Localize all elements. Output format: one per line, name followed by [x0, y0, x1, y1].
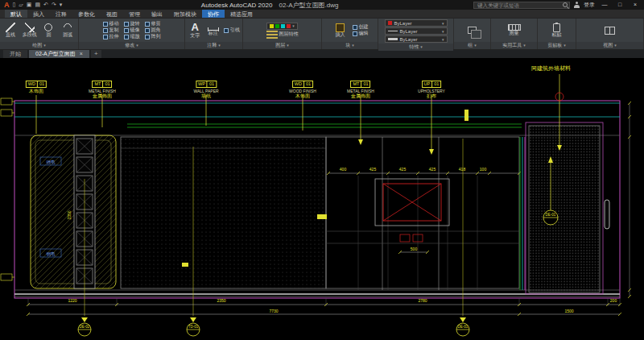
ribbon-panel-layers: ▾ 图层特性 图层▾ — [243, 19, 322, 49]
dim-label: 425 — [369, 167, 377, 172]
panel-label-draw[interactable]: 绘图▾ — [0, 42, 78, 49]
ribbon-tab-manage[interactable]: 管理 — [123, 10, 146, 18]
layer-color-swatch — [281, 24, 285, 28]
panel-label-groups[interactable]: 组▾ — [454, 42, 490, 49]
tool-line[interactable]: 直线 — [2, 23, 19, 38]
tool-rotate[interactable]: 旋转 — [124, 21, 140, 27]
drawing-canvas[interactable]: 强电 弱电 2350 — [0, 58, 644, 340]
panel-label-block[interactable]: 块▾ — [322, 42, 378, 49]
panel-label-modify[interactable]: 修改▾ — [79, 42, 184, 49]
lineweight-dropdown[interactable]: ByLayer ▾ — [385, 35, 448, 43]
ribbon-tab-parametric[interactable]: 参数化 — [72, 10, 101, 18]
tool-label: 直线 — [6, 32, 15, 38]
panel-label-properties[interactable]: 特性▾ — [378, 44, 453, 51]
tool-copy[interactable]: 复制 — [103, 27, 119, 33]
tab-close-icon[interactable]: × — [80, 50, 83, 58]
ribbon-tab-addins[interactable]: 附加模块 — [168, 10, 202, 18]
tool-move[interactable]: 移动 — [103, 21, 119, 27]
tool-measure[interactable]: 测量 — [506, 24, 523, 36]
close-button[interactable]: × — [630, 0, 641, 10]
array-icon — [145, 35, 150, 39]
qat-dropdown-icon[interactable]: ▾ — [60, 0, 63, 10]
color-swatch — [388, 21, 392, 25]
plot-icon[interactable]: ▤ — [35, 0, 40, 10]
dim-label: 2350 — [217, 298, 225, 303]
marker-label: TD-01 — [188, 325, 199, 329]
tool-layer-properties[interactable]: 图层特性 — [266, 31, 299, 39]
redo-icon[interactable]: ↷ — [52, 0, 56, 10]
tool-trim[interactable]: 修剪 — [145, 21, 161, 27]
edit-block-icon — [353, 31, 357, 36]
tool-scale[interactable]: 缩放 — [124, 34, 140, 39]
strong-electric-label: 强电 — [47, 160, 56, 164]
tv-wall-panel: 400 425 425 425 418 100 500 — [326, 137, 521, 290]
text-icon: A — [192, 22, 199, 33]
linetype-icon — [388, 31, 398, 31]
file-tab-start[interactable]: 开始 — [3, 50, 27, 58]
dim-label: 1500 — [564, 309, 573, 313]
file-tab-document[interactable]: 02-A户型立面图 × — [29, 50, 89, 58]
ribbon-tab-featured-apps[interactable]: 精选应用 — [225, 10, 258, 18]
sign-in-label[interactable]: 登录 — [584, 1, 595, 9]
ribbon-tab-home[interactable]: 默认 — [5, 10, 27, 18]
chevron-down-icon: ▾ — [442, 37, 444, 42]
tool-fillet[interactable]: 圆角 — [145, 27, 161, 33]
panel-label-clipboard[interactable]: 剪贴板▾ — [538, 42, 576, 49]
panel-expand-icon: ▾ — [287, 43, 289, 48]
ribbon-panel-block: 插入 创建 编辑 块▾ — [322, 19, 378, 49]
app-logo[interactable]: A — [4, 0, 10, 10]
ribbon-tab-output[interactable]: 输出 — [146, 10, 168, 18]
panel-expand-icon: ▾ — [136, 43, 138, 48]
panel-expand-icon: ▾ — [614, 43, 617, 48]
new-file-icon[interactable]: ▯ — [13, 0, 16, 10]
group-icon[interactable] — [468, 27, 477, 34]
side-note: 同建筑外墙材料 — [531, 64, 571, 73]
document-title: 02-A户型立面图.dwg — [279, 2, 339, 9]
object-color-dropdown[interactable]: ByLayer ▾ — [385, 19, 448, 27]
ribbon-tab-annotate[interactable]: 注释 — [50, 10, 72, 18]
save-icon[interactable]: ▣ — [27, 0, 32, 10]
undo-icon[interactable]: ↶ — [43, 0, 48, 10]
dim-label: 200 — [610, 298, 617, 303]
marker-label: DE-01 — [458, 325, 469, 329]
minimize-button[interactable]: — — [599, 0, 610, 10]
new-tab-button[interactable]: + — [91, 50, 101, 58]
search-box[interactable] — [473, 2, 570, 9]
maximize-button[interactable]: □ — [614, 0, 625, 10]
linetype-dropdown[interactable]: ByLayer ▾ — [385, 27, 448, 35]
viewport-icon[interactable] — [605, 27, 615, 35]
panel-label-utilities[interactable]: 实用工具▾ — [491, 42, 537, 49]
tool-arc[interactable]: 圆弧 — [60, 23, 76, 38]
tool-edit-block[interactable]: 编辑 — [353, 31, 369, 36]
ribbon-tab-collaborate[interactable]: 协作 — [202, 10, 225, 18]
tool-insert-block[interactable]: 插入 — [332, 23, 349, 38]
panel-label-layers[interactable]: 图层▾ — [243, 42, 321, 49]
panel-label-view[interactable]: 视图▾ — [576, 42, 643, 49]
ribbon-tab-insert[interactable]: 插入 — [27, 10, 50, 18]
ribbon-tab-view[interactable]: 视图 — [101, 10, 123, 18]
tool-stretch[interactable]: 拉伸 — [103, 34, 119, 39]
material-tag: WD01 木饰面 — [26, 74, 47, 94]
create-block-icon — [353, 25, 357, 30]
ribbon-panel-utilities: 测量 实用工具▾ — [491, 19, 538, 49]
search-input[interactable] — [476, 2, 563, 8]
bottom-dimension-chain-2: 7730 1500 — [27, 309, 621, 316]
dim-label: 500 — [411, 247, 418, 251]
search-icon — [563, 2, 568, 7]
panel-joint-strips — [520, 137, 525, 290]
tool-paste[interactable]: 粘贴 — [548, 23, 566, 38]
panel-expand-icon: ▾ — [523, 43, 526, 48]
layer-dropdown[interactable]: ▾ — [266, 23, 298, 30]
open-file-icon[interactable]: ▱ — [19, 0, 23, 10]
tool-text[interactable]: A 文字 — [188, 22, 203, 39]
tool-mirror[interactable]: 镜像 — [124, 27, 140, 33]
tool-leader[interactable]: 引线 — [224, 27, 240, 33]
tool-circle[interactable]: 圆 — [41, 23, 57, 38]
tool-polyline[interactable]: 多段线 — [22, 23, 38, 38]
tool-dimension[interactable]: 标注 — [206, 25, 221, 36]
tool-create-block[interactable]: 创建 — [353, 24, 369, 30]
panel-dimension-chain: 400 425 425 425 418 100 — [327, 167, 521, 175]
panel-label-annotation[interactable]: 注释▾ — [185, 42, 242, 49]
panel-expand-icon: ▾ — [564, 43, 566, 48]
tool-array[interactable]: 阵列 — [145, 34, 161, 39]
